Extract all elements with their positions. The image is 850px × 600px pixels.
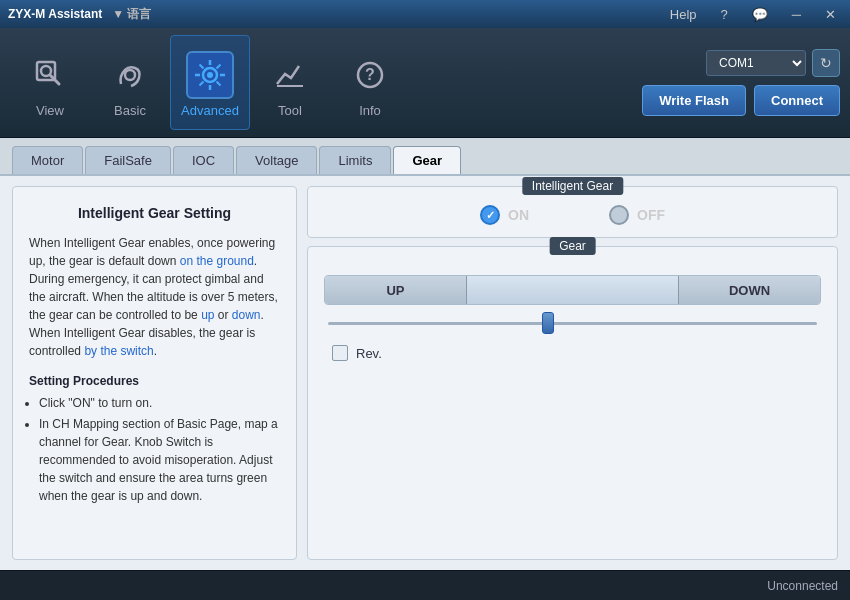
radio-off[interactable]	[609, 205, 629, 225]
nav-info-label: Info	[359, 103, 381, 118]
status-text: Unconnected	[767, 579, 838, 593]
view-icon	[26, 51, 74, 99]
com-select[interactable]: COM1	[706, 50, 806, 76]
app-title: ZYX-M Assistant	[8, 7, 102, 21]
lang-dropdown[interactable]: ▼ 语言	[112, 6, 151, 23]
tabs-bar: Motor FailSafe IOC Voltage Limits Gear	[0, 138, 850, 176]
slider-section: UP DOWN Rev.	[324, 275, 821, 361]
rev-row: Rev.	[324, 345, 821, 361]
toolbar-right: COM1 ↻ Write Flash Connect	[642, 49, 840, 116]
svg-line-10	[200, 65, 204, 69]
tab-failsafe[interactable]: FailSafe	[85, 146, 171, 174]
svg-line-11	[217, 82, 221, 86]
left-panel-heading: Intelligent Gear Setting	[29, 203, 280, 224]
action-row: Write Flash Connect	[642, 85, 840, 116]
blue-text-3: down	[232, 308, 261, 322]
blue-text-4: by the switch	[84, 344, 153, 358]
help-label[interactable]: Help	[664, 5, 703, 24]
close-button[interactable]: ✕	[819, 5, 842, 24]
minimize-button[interactable]: ─	[786, 5, 807, 24]
procedure-step-2: In CH Mapping section of Basic Page, map…	[39, 415, 280, 505]
blue-text-1: on the ground	[180, 254, 254, 268]
left-panel: Intelligent Gear Setting When Intelligen…	[12, 186, 297, 560]
tab-limits[interactable]: Limits	[319, 146, 391, 174]
on-label: ON	[508, 207, 529, 223]
ig-toggle-box: Intelligent Gear ON OFF	[307, 186, 838, 238]
tab-motor[interactable]: Motor	[12, 146, 83, 174]
connect-button[interactable]: Connect	[754, 85, 840, 116]
nav-info[interactable]: ? Info	[330, 35, 410, 130]
statusbar: Unconnected	[0, 570, 850, 600]
down-button[interactable]: DOWN	[678, 276, 820, 304]
right-panel: Intelligent Gear ON OFF Gear UP DOWN	[307, 186, 838, 560]
tab-voltage[interactable]: Voltage	[236, 146, 317, 174]
svg-text:?: ?	[365, 66, 375, 83]
content: Intelligent Gear Setting When Intelligen…	[0, 176, 850, 570]
nav-tool-label: Tool	[278, 103, 302, 118]
setting-procedures: Setting Procedures Click "ON" to turn on…	[29, 372, 280, 505]
tool-icon	[266, 51, 314, 99]
nav-advanced-label: Advanced	[181, 103, 239, 118]
left-panel-desc: When Intelligent Gear enables, once powe…	[29, 234, 280, 360]
com-row: COM1 ↻	[706, 49, 840, 77]
toolbar: View Basic	[0, 28, 850, 138]
svg-point-3	[125, 70, 135, 80]
mid-area	[467, 276, 678, 304]
toggle-off[interactable]: OFF	[609, 205, 665, 225]
nav-advanced[interactable]: Advanced	[170, 35, 250, 130]
refresh-button[interactable]: ↻	[812, 49, 840, 77]
info-icon: ?	[346, 51, 394, 99]
titlebar-left: ZYX-M Assistant ▼ 语言	[8, 6, 151, 23]
toggle-options: ON OFF	[324, 199, 821, 225]
slider-line	[328, 322, 817, 325]
svg-line-13	[200, 82, 204, 86]
up-button[interactable]: UP	[325, 276, 467, 304]
nav-view-label: View	[36, 103, 64, 118]
tab-gear[interactable]: Gear	[393, 146, 461, 174]
radio-on[interactable]	[480, 205, 500, 225]
write-flash-button[interactable]: Write Flash	[642, 85, 746, 116]
nav-basic[interactable]: Basic	[90, 35, 170, 130]
blue-text-2: up	[201, 308, 214, 322]
slider-thumb[interactable]	[542, 312, 554, 334]
svg-point-5	[207, 72, 213, 78]
tab-ioc[interactable]: IOC	[173, 146, 234, 174]
procedure-step-1: Click "ON" to turn on.	[39, 394, 280, 412]
rev-checkbox[interactable]	[332, 345, 348, 361]
nav-view[interactable]: View	[10, 35, 90, 130]
gear-box: Gear UP DOWN Rev.	[307, 246, 838, 560]
advanced-icon	[186, 51, 234, 99]
titlebar: ZYX-M Assistant ▼ 语言 Help ? 💬 ─ ✕	[0, 0, 850, 28]
ig-label-badge: Intelligent Gear	[522, 177, 623, 195]
help-icon[interactable]: ?	[715, 5, 734, 24]
chat-icon[interactable]: 💬	[746, 5, 774, 24]
procedures-list: Click "ON" to turn on. In CH Mapping sec…	[29, 394, 280, 505]
basic-icon	[106, 51, 154, 99]
nav-items: View Basic	[10, 35, 410, 130]
rev-label: Rev.	[356, 346, 382, 361]
toggle-on[interactable]: ON	[480, 205, 529, 225]
gear-label-badge: Gear	[549, 237, 596, 255]
titlebar-right: Help ? 💬 ─ ✕	[664, 5, 842, 24]
nav-tool[interactable]: Tool	[250, 35, 330, 130]
off-label: OFF	[637, 207, 665, 223]
up-down-bar: UP DOWN	[324, 275, 821, 305]
slider-track[interactable]	[328, 313, 817, 333]
nav-basic-label: Basic	[114, 103, 146, 118]
procedures-title: Setting Procedures	[29, 372, 280, 390]
svg-line-12	[217, 65, 221, 69]
